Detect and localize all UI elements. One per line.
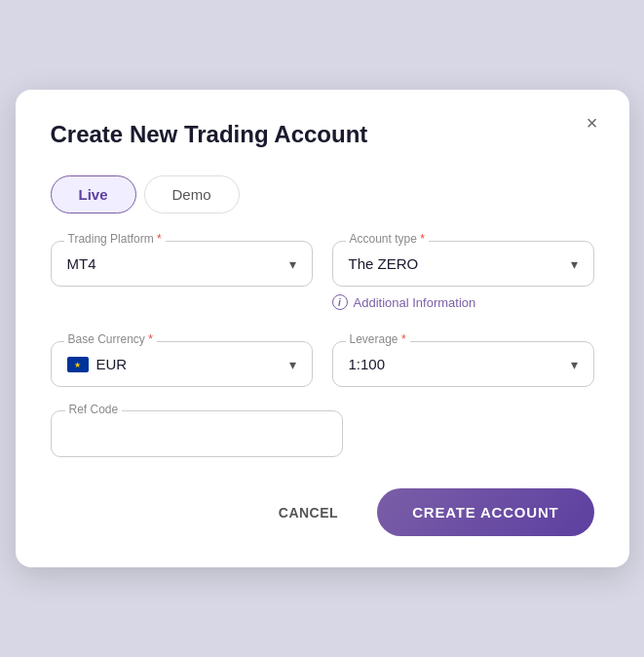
modal-title: Create New Trading Account xyxy=(51,121,594,148)
account-type-label: Account type * xyxy=(346,232,429,246)
base-currency-chevron-icon: ▾ xyxy=(289,357,296,372)
account-type-field: Account type * The ZERO ▾ i Additional I… xyxy=(332,241,594,318)
trading-platform-select[interactable]: MT4 ▾ xyxy=(51,241,313,287)
cancel-button[interactable]: CANCEL xyxy=(263,497,354,528)
account-type-chevron-icon: ▾ xyxy=(571,256,578,272)
create-account-button[interactable]: CREATE ACCOUNT xyxy=(377,488,593,536)
info-icon: i xyxy=(332,294,348,310)
leverage-chevron-icon: ▾ xyxy=(571,357,578,372)
account-type-select[interactable]: The ZERO ▾ xyxy=(332,241,594,287)
base-currency-field: Base Currency * ★ EUR ▾ xyxy=(51,341,313,387)
tab-demo[interactable]: Demo xyxy=(144,175,240,213)
currency-and-leverage-row: Base Currency * ★ EUR ▾ Leverage xyxy=(51,341,594,387)
leverage-value: 1:100 xyxy=(349,356,386,372)
account-type-value: The ZERO xyxy=(349,255,419,272)
eur-flag-icon: ★ xyxy=(67,357,89,372)
close-button[interactable]: × xyxy=(577,107,608,138)
account-type-tabs: Live Demo xyxy=(51,175,594,213)
additional-info-link[interactable]: i Additional Information xyxy=(332,294,594,310)
ref-code-label: Ref Code xyxy=(65,403,123,416)
trading-platform-field: Trading Platform * MT4 ▾ xyxy=(51,241,313,318)
platform-and-account-row: Trading Platform * MT4 ▾ Account type * … xyxy=(51,241,594,318)
base-currency-select[interactable]: ★ EUR ▾ xyxy=(51,341,313,387)
additional-info-label: Additional Information xyxy=(354,295,476,310)
tab-live[interactable]: Live xyxy=(51,175,136,213)
base-currency-label: Base Currency * xyxy=(64,332,157,346)
leverage-label: Leverage * xyxy=(346,332,410,346)
form-actions: CANCEL CREATE ACCOUNT xyxy=(51,488,594,536)
trading-platform-label: Trading Platform * xyxy=(64,232,166,246)
modal-overlay: × Create New Trading Account Live Demo T… xyxy=(0,0,644,657)
ref-code-field: Ref Code xyxy=(51,410,343,457)
leverage-select[interactable]: 1:100 ▾ xyxy=(332,341,594,387)
base-currency-value: ★ EUR xyxy=(67,356,128,372)
trading-platform-chevron-icon: ▾ xyxy=(289,256,296,272)
ref-code-input[interactable] xyxy=(67,425,326,442)
modal-container: × Create New Trading Account Live Demo T… xyxy=(16,90,629,567)
trading-platform-value: MT4 xyxy=(67,255,96,272)
ref-code-section: Ref Code xyxy=(51,410,594,457)
leverage-field: Leverage * 1:100 ▾ xyxy=(332,341,594,387)
ref-code-input-wrapper: Ref Code xyxy=(51,410,343,457)
